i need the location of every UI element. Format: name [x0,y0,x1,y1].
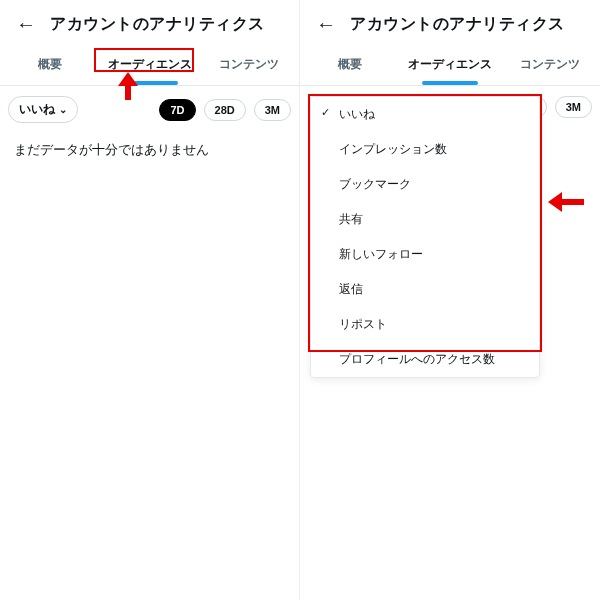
header: ← アカウントのアナリティクス [300,0,600,46]
menu-item-impressions[interactable]: インプレッション数 [311,132,539,167]
screenshot-right: ← アカウントのアナリティクス 概要 オーディエンス コンテンツ 28D 3M … [300,0,600,600]
menu-item-reposts[interactable]: リポスト [311,307,539,342]
menu-item-shares[interactable]: 共有 [311,202,539,237]
range-7d[interactable]: 7D [159,99,195,121]
back-arrow-icon: ← [16,13,36,35]
menu-item-profile-visits[interactable]: プロフィールへのアクセス数 [311,342,539,377]
tab-overview[interactable]: 概要 [0,46,100,85]
tab-audience[interactable]: オーディエンス [100,46,200,85]
back-button[interactable]: ← [10,10,42,38]
menu-item-replies[interactable]: 返信 [311,272,539,307]
tab-overview[interactable]: 概要 [300,46,400,85]
back-arrow-icon: ← [316,13,336,35]
menu-item-new-follows[interactable]: 新しいフォロー [311,237,539,272]
range-3m[interactable]: 3M [555,96,592,118]
range-28d[interactable]: 28D [204,99,246,121]
page-title: アカウントのアナリティクス [350,14,565,35]
menu-item-bookmarks[interactable]: ブックマーク [311,167,539,202]
empty-state-message: まだデータが十分ではありません [0,133,299,167]
metric-dropdown-menu: いいね インプレッション数 ブックマーク 共有 新しいフォロー 返信 リポスト … [310,96,540,378]
tabs: 概要 オーディエンス コンテンツ [300,46,600,86]
annotation-arrow-left [548,190,588,214]
tab-audience[interactable]: オーディエンス [400,46,500,85]
page-title: アカウントのアナリティクス [50,14,265,35]
controls-row: いいね ⌄ 7D 28D 3M [0,86,299,133]
metric-dropdown-label: いいね [19,101,55,118]
chevron-down-icon: ⌄ [59,104,67,115]
tab-content[interactable]: コンテンツ [199,46,299,85]
screenshot-left: ← アカウントのアナリティクス 概要 オーディエンス コンテンツ いいね ⌄ 7… [0,0,300,600]
range-3m[interactable]: 3M [254,99,291,121]
tab-content[interactable]: コンテンツ [500,46,600,85]
tabs: 概要 オーディエンス コンテンツ [0,46,299,86]
back-button[interactable]: ← [310,10,342,38]
menu-item-likes[interactable]: いいね [311,97,539,132]
header: ← アカウントのアナリティクス [0,0,299,46]
metric-dropdown[interactable]: いいね ⌄ [8,96,78,123]
